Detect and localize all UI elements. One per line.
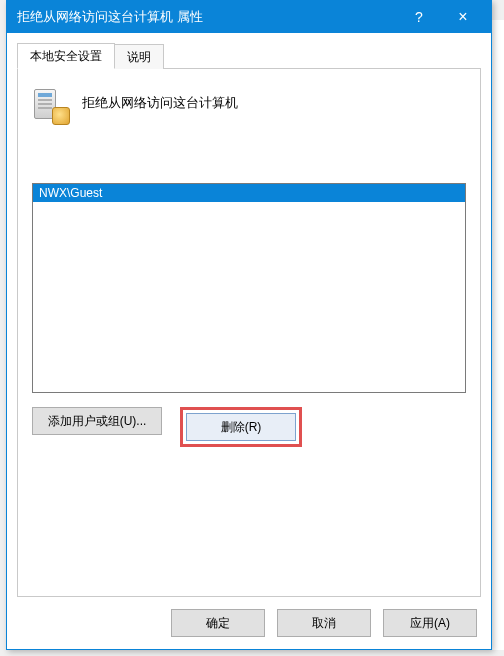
cancel-button[interactable]: 取消 <box>277 609 371 637</box>
list-buttons-row: 添加用户或组(U)... 删除(R) <box>32 407 466 447</box>
tab-explain[interactable]: 说明 <box>114 44 164 69</box>
window-title: 拒绝从网络访问这台计算机 属性 <box>17 8 397 26</box>
properties-dialog: 拒绝从网络访问这台计算机 属性 ? × 本地安全设置 说明 拒绝从网络访问这台计… <box>6 0 492 650</box>
list-item[interactable]: NWX\Guest <box>33 184 465 202</box>
policy-icon <box>32 83 68 123</box>
add-user-or-group-button[interactable]: 添加用户或组(U)... <box>32 407 162 435</box>
tab-panel: 拒绝从网络访问这台计算机 NWX\Guest 添加用户或组(U)... 删除(R… <box>17 68 481 597</box>
policy-title: 拒绝从网络访问这台计算机 <box>82 94 238 112</box>
close-button[interactable]: × <box>441 1 485 33</box>
tab-local-security-settings[interactable]: 本地安全设置 <box>17 43 115 69</box>
apply-button[interactable]: 应用(A) <box>383 609 477 637</box>
principals-listbox[interactable]: NWX\Guest <box>32 183 466 393</box>
titlebar: 拒绝从网络访问这台计算机 属性 ? × <box>7 1 491 33</box>
policy-header: 拒绝从网络访问这台计算机 <box>32 83 466 123</box>
remove-highlight: 删除(R) <box>180 407 302 447</box>
dialog-body: 本地安全设置 说明 拒绝从网络访问这台计算机 NWX\Guest 添加用户或组(… <box>7 33 491 597</box>
help-button[interactable]: ? <box>397 1 441 33</box>
tab-row: 本地安全设置 说明 <box>17 43 481 69</box>
dialog-footer: 确定 取消 应用(A) <box>7 597 491 649</box>
ok-button[interactable]: 确定 <box>171 609 265 637</box>
remove-button[interactable]: 删除(R) <box>186 413 296 441</box>
